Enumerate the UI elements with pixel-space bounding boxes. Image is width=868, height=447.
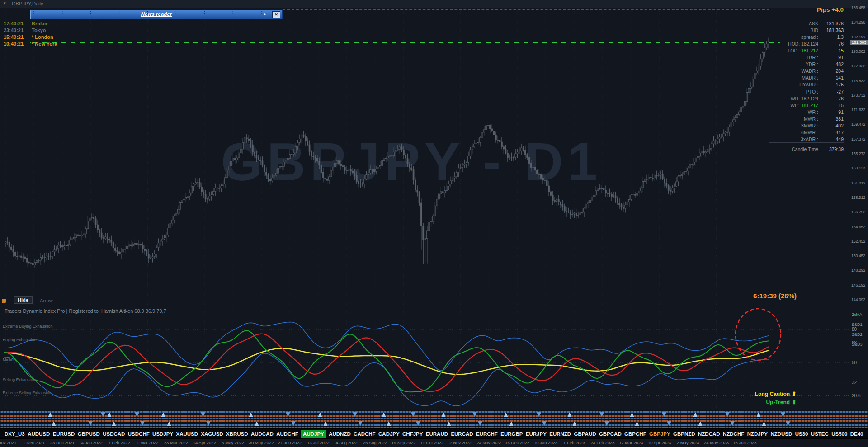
tdi-line-label: 2xMA [852, 312, 862, 317]
price-axis-label: 169.472 [851, 122, 868, 127]
date-label: 30 May 2022 [249, 440, 274, 445]
info-label: Candle Time [792, 146, 818, 152]
ticker-symbol-gbpaud[interactable]: GBPAUD [574, 431, 596, 437]
buy-arrow-icon [698, 421, 703, 426]
ticker-symbol-xagusd[interactable]: XAGUSD [201, 431, 223, 437]
ticker-symbol-audjpy[interactable]: AUDJPY [301, 430, 326, 438]
sell-arrow-icon [135, 412, 139, 417]
ticker-symbol-eurcad[interactable]: EURCAD [451, 431, 473, 437]
price-axis-label: 171.632 [851, 108, 868, 112]
ticker-symbol-cadchf[interactable]: CADCHF [354, 431, 376, 437]
arrow-button[interactable]: Arrow [40, 298, 53, 303]
ticker-symbol-nzdjpy[interactable]: NZDJPY [747, 431, 768, 437]
tdi-level-label: Buying Exhaustion [3, 338, 37, 342]
up-trend-signal: Up-Trend⬆ [766, 399, 797, 405]
ticker-symbol-nzdusd[interactable]: NZDUSD [770, 431, 792, 437]
hide-button[interactable]: Hide [14, 296, 33, 304]
info-row: LOD:181.21715 [769, 47, 844, 54]
sell-arrow-icon [604, 421, 609, 426]
signal-strip-2 [0, 420, 868, 428]
tdi-level-label: Midline [3, 358, 16, 362]
price-axis-label: 158.912 [851, 195, 868, 200]
buy-arrow-icon [255, 421, 259, 426]
info-label: 3xADR : [801, 136, 818, 142]
red-trendline-horizontal[interactable] [283, 9, 769, 10]
ticker-symbol-gbpjpy[interactable]: GBPJPY [649, 431, 670, 437]
buy-arrow-icon [635, 421, 639, 426]
symbol-ticker-bar: DXY_U3AUDUSDEURUSDGBPUSDUSDCADUSDCHFUSDJ… [0, 428, 868, 439]
price-axis-label: 148.292 [851, 268, 868, 273]
ticker-symbol-ustec[interactable]: USTEC [811, 431, 829, 437]
ticker-symbol-eurchf[interactable]: EURCHF [476, 431, 498, 437]
info-row: spread :1.3 [769, 33, 844, 40]
info-value: 91 [818, 109, 844, 115]
ticker-symbol-eurusd[interactable]: EURUSD [53, 431, 75, 437]
price-axis-label: 184.298 [851, 20, 868, 24]
date-label: 10 Jan 2023 [534, 440, 557, 445]
ticker-symbol-eurgbp[interactable]: EURGBP [500, 431, 523, 437]
ticker-symbol-usdcad[interactable]: USDCAD [103, 431, 125, 437]
sell-arrow-icon [781, 412, 785, 417]
tdi-line-label: S&D2 [852, 332, 863, 337]
ticker-symbol-xbrusd[interactable]: XBRUSD [226, 431, 248, 437]
ticker-symbol-us30[interactable]: US30 [795, 431, 808, 437]
high-level-line[interactable] [30, 24, 781, 24]
buy-arrow-icon [567, 412, 572, 417]
red-trendline-vertical[interactable] [769, 3, 769, 17]
panel-separator[interactable] [0, 409, 868, 409]
ticker-symbol-chfjpy[interactable]: CHFJPY [402, 431, 423, 437]
info-label: YDR : [806, 61, 818, 67]
info-label: spread : [801, 34, 818, 40]
clock-time: 15:40:21 [4, 34, 32, 40]
bid-level-line[interactable] [30, 42, 780, 43]
date-label: 7 Feb 2022 [108, 440, 130, 445]
sell-arrow-icon [542, 421, 547, 426]
date-label: 19 Sep 2022 [392, 440, 416, 445]
chart-dropdown-icon[interactable]: ▾ [4, 1, 6, 5]
date-label: 23 Feb 2023 [590, 440, 614, 445]
ticker-symbol-gbpcad[interactable]: GBPCAD [599, 431, 622, 437]
info-label: WR : [808, 109, 818, 115]
sell-arrow-icon [206, 421, 211, 426]
ticker-symbol-nzdchf[interactable]: NZDCHF [723, 431, 744, 437]
tdi-level-label: Extreme Selling Exhaustion [3, 391, 52, 395]
ticker-symbol-gbpchf[interactable]: GBPCHF [624, 431, 646, 437]
ticker-symbol-gbpusd[interactable]: GBPUSD [78, 431, 100, 437]
ticker-symbol-gbpnzd[interactable]: GBPNZD [673, 431, 695, 437]
candle-countdown: 6:19:39 (26%) [753, 292, 797, 300]
panel-separator[interactable] [0, 306, 868, 306]
candlestick-chart[interactable] [0, 8, 868, 306]
sell-arrow-icon [537, 412, 541, 417]
info-value: 181.376 [818, 21, 844, 26]
ticker-symbol-de40[interactable]: DE40 [850, 431, 863, 437]
ticker-symbol-audcad[interactable]: AUDCAD [251, 431, 274, 437]
long-caution-signal: Long Caution⬆ [755, 391, 797, 397]
ticker-symbol-audnzd[interactable]: AUDNZD [329, 431, 351, 437]
price-axis-label: 163.112 [851, 166, 868, 170]
date-label: 24 Nov 2022 [476, 440, 501, 445]
ticker-symbol-eurjpy[interactable]: EURJPY [526, 431, 547, 437]
ticker-symbol-audchf[interactable]: AUDCHF [276, 431, 298, 437]
ticker-symbol-nzdcad[interactable]: NZDCAD [698, 431, 720, 437]
up-arrow-icon: ⬆ [792, 391, 797, 397]
ticker-symbol-xauusd[interactable]: XAUUSD [176, 431, 198, 437]
ticker-symbol-eurnzd[interactable]: EURNZD [549, 431, 571, 437]
info-label: 6MWR : [801, 130, 818, 135]
clock-label: Tokyo [32, 28, 46, 33]
price-axis-label: 173.732 [851, 93, 868, 98]
ticker-symbol-usdchf[interactable]: USDCHF [128, 431, 150, 437]
tdi-level-label: Selling Exhaustion [3, 377, 36, 382]
clock-row: 17:40:21Broker [4, 21, 47, 26]
ticker-symbol-audusd[interactable]: AUDUSD [28, 431, 50, 437]
ticker-symbol-us500[interactable]: US500 [831, 431, 847, 437]
ticker-symbol-usdjpy[interactable]: USDJPY [152, 431, 173, 437]
sell-arrow-icon [411, 412, 415, 417]
tdi-scale-value: 50 [852, 360, 857, 365]
info-label: WL: [790, 103, 799, 108]
ticker-symbol-dxy_u3[interactable]: DXY_U3 [5, 431, 25, 437]
date-axis[interactable]: 9 Nov 20211 Dec 202123 Dec 202114 Jan 20… [0, 439, 868, 447]
ticker-symbol-cadjpy[interactable]: CADJPY [378, 431, 400, 437]
date-label: 15 Jun 2023 [733, 440, 756, 445]
ticker-symbol-euraud[interactable]: EURAUD [426, 431, 448, 437]
sell-arrow-icon [353, 412, 357, 417]
